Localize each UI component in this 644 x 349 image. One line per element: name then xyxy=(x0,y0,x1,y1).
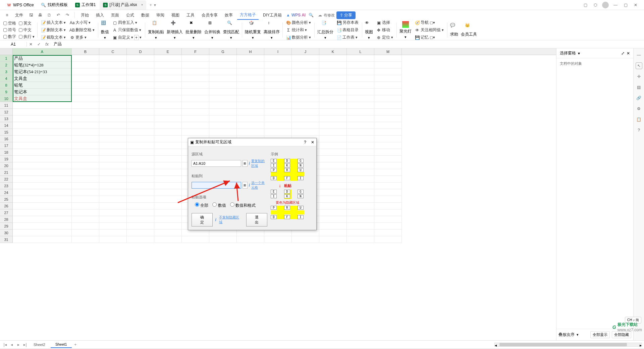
apps-icon[interactable]: ▢ xyxy=(580,0,590,10)
cell[interactable] xyxy=(72,68,99,75)
cell[interactable] xyxy=(319,122,347,129)
cell[interactable] xyxy=(292,115,319,122)
cell[interactable] xyxy=(127,136,154,142)
find-button[interactable]: 🔍查找匹配▾ xyxy=(223,20,239,40)
cell[interactable] xyxy=(99,223,127,230)
cell[interactable] xyxy=(154,62,182,68)
cell[interactable] xyxy=(319,169,347,176)
cell[interactable] xyxy=(237,122,264,129)
cell[interactable] xyxy=(72,109,99,115)
cell[interactable] xyxy=(347,149,374,156)
cell[interactable] xyxy=(319,230,347,236)
cell[interactable] xyxy=(237,55,264,62)
cell[interactable] xyxy=(374,223,402,230)
cell[interactable] xyxy=(374,230,402,236)
cell[interactable] xyxy=(209,75,237,82)
pointer-icon[interactable]: ↖ xyxy=(636,62,642,69)
cell[interactable] xyxy=(237,89,264,95)
collapse-icon[interactable]: — xyxy=(636,52,642,58)
cell[interactable] xyxy=(99,122,127,129)
cell[interactable] xyxy=(347,109,374,115)
tab-menu-button[interactable]: ▾ xyxy=(154,3,156,7)
cell[interactable] xyxy=(264,68,292,75)
row-head-3[interactable]: 3 xyxy=(0,68,13,75)
data-analysis-button[interactable]: 📊数据分析 ▾ xyxy=(285,34,312,41)
menu-member[interactable]: 会员专享 xyxy=(199,11,220,19)
cell[interactable] xyxy=(72,115,99,122)
show-all-button[interactable]: 全部显示 xyxy=(590,331,610,338)
cell[interactable] xyxy=(154,122,182,129)
cell[interactable] xyxy=(127,149,154,156)
row-head-21[interactable]: 21 xyxy=(0,169,13,176)
batch-delete-button[interactable]: ✖批量删除▾ xyxy=(185,20,202,40)
row-head-19[interactable]: 19 xyxy=(0,156,13,162)
cell[interactable] xyxy=(72,136,99,142)
cell[interactable] xyxy=(127,122,154,129)
menu-insert[interactable]: 插入 xyxy=(93,11,107,19)
cell-A24[interactable] xyxy=(13,189,72,196)
cell[interactable] xyxy=(292,102,319,109)
cell[interactable] xyxy=(319,203,347,209)
exit-button[interactable]: 退出 xyxy=(246,213,267,227)
source-ref-button[interactable]: ⊞ xyxy=(243,160,248,167)
col-C[interactable]: C xyxy=(99,48,127,55)
cell[interactable] xyxy=(72,89,99,95)
cell-A23[interactable] xyxy=(13,183,72,189)
cell[interactable] xyxy=(127,75,154,82)
cell[interactable] xyxy=(99,89,127,95)
cell[interactable] xyxy=(72,183,99,189)
cell[interactable] xyxy=(72,176,99,183)
cell[interactable] xyxy=(292,89,319,95)
row-head-11[interactable]: 11 xyxy=(0,102,13,109)
worksheet-button[interactable]: 📄工作表 ▾ xyxy=(336,34,359,41)
cell[interactable] xyxy=(347,169,374,176)
cell[interactable] xyxy=(72,149,99,156)
cell[interactable] xyxy=(319,209,347,216)
cell[interactable] xyxy=(374,75,402,82)
cell[interactable] xyxy=(127,236,154,243)
cell[interactable] xyxy=(374,129,402,136)
cell[interactable] xyxy=(374,156,402,162)
cell[interactable] xyxy=(347,122,374,129)
cell[interactable] xyxy=(319,68,347,75)
cell[interactable] xyxy=(182,115,209,122)
cell-A8[interactable]: 铅笔 xyxy=(13,82,72,89)
cell[interactable] xyxy=(127,203,154,209)
cell[interactable] xyxy=(237,129,264,136)
cell[interactable] xyxy=(154,169,182,176)
cell[interactable] xyxy=(209,89,237,95)
tab-workbook1[interactable]: S 工作簿1 xyxy=(72,0,99,10)
col-E[interactable]: E xyxy=(154,48,182,55)
cell[interactable] xyxy=(127,223,154,230)
cell[interactable] xyxy=(264,89,292,95)
cell[interactable] xyxy=(127,95,154,102)
cell[interactable] xyxy=(154,216,182,223)
cell[interactable] xyxy=(264,236,292,243)
cell[interactable] xyxy=(347,68,374,75)
cell[interactable] xyxy=(374,149,402,156)
cell[interactable] xyxy=(72,209,99,216)
menu-formula[interactable]: 公式 xyxy=(123,11,137,19)
cell[interactable] xyxy=(127,216,154,223)
cell-A10[interactable]: 文具盒 xyxy=(13,95,72,102)
cell[interactable] xyxy=(347,142,374,149)
sheet-next-icon[interactable]: ▸ xyxy=(15,342,21,347)
settings-icon[interactable]: ⚙ xyxy=(636,105,642,112)
cell[interactable] xyxy=(127,129,154,136)
cell[interactable] xyxy=(237,75,264,82)
style-icon[interactable]: ✢ xyxy=(636,73,642,80)
cell[interactable] xyxy=(72,62,99,68)
cell[interactable] xyxy=(154,68,182,75)
cell[interactable] xyxy=(292,236,319,243)
cell[interactable] xyxy=(347,236,374,243)
cell[interactable] xyxy=(127,169,154,176)
cell[interactable] xyxy=(99,55,127,62)
cell-A9[interactable]: 笔记本 xyxy=(13,89,72,95)
col-H[interactable]: H xyxy=(237,48,264,55)
cell[interactable] xyxy=(154,189,182,196)
cell[interactable] xyxy=(209,122,237,129)
row-head-9[interactable]: 9 xyxy=(0,89,13,95)
row-head-18[interactable]: 18 xyxy=(0,149,13,156)
cell[interactable] xyxy=(209,129,237,136)
row-head-17[interactable]: 17 xyxy=(0,142,13,149)
